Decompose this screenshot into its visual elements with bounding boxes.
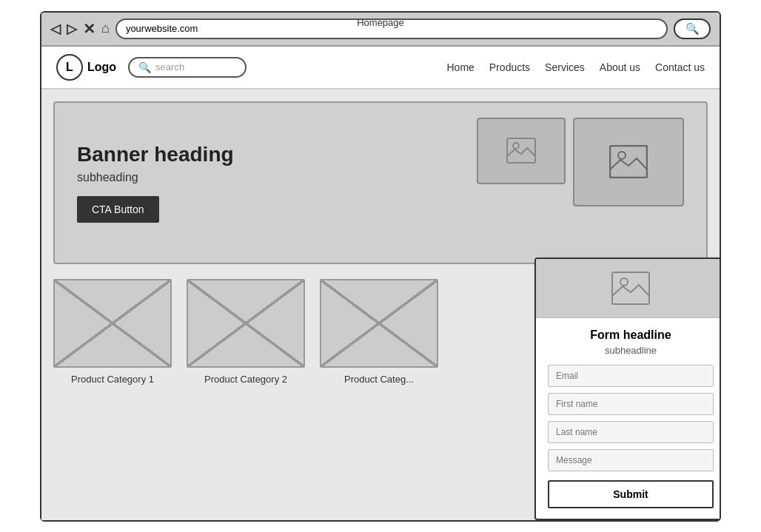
form-image-header — [536, 259, 720, 318]
logo-container: L Logo — [56, 54, 116, 81]
banner-images — [477, 118, 684, 206]
logo-icon: L — [56, 54, 83, 81]
product-card-2: Product Category 2 — [187, 279, 305, 385]
main-content: Banner heading subheading CTA Button — [41, 90, 720, 520]
nav-bar: L Logo 🔍 search Home Products Services A… — [41, 47, 720, 90]
forward-button[interactable]: ▷ — [67, 21, 77, 37]
nav-link-services[interactable]: Services — [545, 61, 585, 73]
product-label-3: Product Categ... — [344, 374, 414, 385]
product-card-1: Product Category 1 — [53, 279, 172, 385]
lastname-field[interactable] — [548, 421, 714, 443]
close-button[interactable]: ✕ — [83, 20, 95, 38]
nav-link-about[interactable]: About us — [600, 61, 640, 73]
product-image-3 — [320, 279, 438, 368]
form-subheadline: subheadline — [548, 345, 714, 356]
nav-link-contact[interactable]: Contact us — [655, 61, 705, 73]
nav-links: Home Products Services About us Contact … — [447, 61, 705, 73]
svg-rect-2 — [610, 146, 647, 178]
banner-image-large — [573, 118, 684, 206]
product-image-2 — [187, 279, 305, 368]
svg-point-1 — [513, 143, 519, 149]
svg-point-5 — [620, 278, 628, 286]
nav-link-home[interactable]: Home — [447, 61, 475, 73]
product-image-1 — [53, 279, 172, 368]
website-content: L Logo 🔍 search Home Products Services A… — [41, 47, 720, 520]
logo-text: Logo — [87, 61, 116, 74]
svg-rect-4 — [612, 272, 649, 304]
cta-button[interactable]: CTA Button — [77, 196, 159, 223]
address-text: yourwebsite.com — [126, 23, 198, 34]
email-field[interactable] — [548, 365, 714, 387]
product-card-3: Product Categ... — [320, 279, 438, 385]
form-popup: Form headline subheadline Submit — [534, 257, 720, 520]
banner-image-small — [477, 118, 566, 184]
nav-search-box[interactable]: 🔍 search — [128, 57, 247, 78]
nav-link-products[interactable]: Products — [489, 61, 530, 73]
home-button[interactable]: ⌂ — [101, 21, 110, 36]
form-body: Form headline subheadline Submit — [536, 318, 720, 519]
firstname-field[interactable] — [548, 393, 714, 415]
search-placeholder: search — [155, 61, 184, 73]
product-label-2: Product Category 2 — [204, 374, 287, 385]
logo-letter: L — [66, 61, 73, 74]
submit-button[interactable]: Submit — [548, 480, 714, 508]
banner: Banner heading subheading CTA Button — [53, 101, 708, 264]
magnifier-icon: 🔍 — [685, 22, 700, 36]
message-field[interactable] — [548, 449, 714, 471]
back-button[interactable]: ◁ — [50, 21, 61, 37]
product-label-1: Product Category 1 — [71, 374, 154, 385]
browser-title: Homepage — [357, 17, 404, 28]
svg-point-3 — [618, 152, 626, 159]
search-icon: 🔍 — [138, 61, 151, 73]
browser-chrome: Homepage ◁ ▷ ✕ ⌂ yourwebsite.com 🔍 — [41, 13, 720, 47]
arrow-annotation — [712, 340, 720, 402]
form-headline: Form headline — [548, 329, 714, 342]
browser-search-button[interactable]: 🔍 — [674, 18, 711, 39]
svg-rect-0 — [507, 138, 535, 163]
browser-window: Homepage ◁ ▷ ✕ ⌂ yourwebsite.com 🔍 L Log… — [40, 11, 721, 522]
